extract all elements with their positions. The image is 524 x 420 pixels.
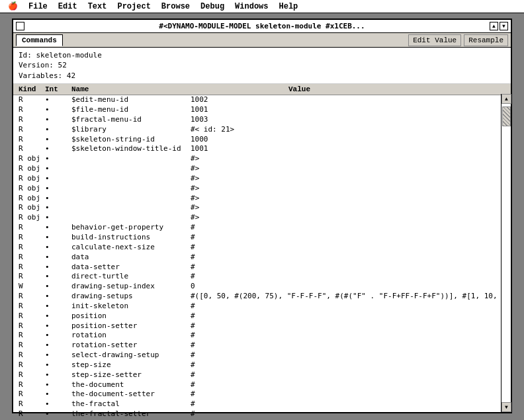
id-line: Id: skeleton-module [19,50,505,60]
cell-kind: R [19,331,45,341]
cell-kind: R [19,115,45,125]
resample-button[interactable]: Resample [464,34,508,46]
cell-name: drawing-setups [71,292,191,302]
table-row[interactable]: R • step-size # [13,360,511,370]
table-row[interactable]: R • $edit-menu-id 1002 [13,95,511,105]
main-window: #<DYNAMO-MODULE-MODEL skeleton-module #x… [12,19,512,413]
apple-menu[interactable]: 🍎 [3,0,23,13]
cell-bullet: • [45,115,71,125]
table-row[interactable]: R • $library #< id: 21> [13,125,511,135]
collapse-button[interactable]: ▼ [500,22,508,30]
desktop: 🍎 File Edit Text Project Browse Debug Wi… [0,0,524,420]
cell-bullet: • [45,203,71,213]
table-row[interactable]: R obj • #> [13,213,511,223]
table-row[interactable]: R • position # [13,312,511,321]
cell-bullet: • [45,399,71,409]
cell-value: # [191,223,505,233]
table-row[interactable]: R • build-instructions # [13,233,511,243]
cell-bullet: • [45,164,71,174]
menu-edit[interactable]: Edit [53,0,83,13]
menu-debug[interactable]: Debug [195,0,230,13]
table-row[interactable]: R • rotation-setter # [13,341,511,351]
cell-bullet: • [45,312,71,321]
table-row[interactable]: R • drawing-setups #([0, 50, #(200, 75),… [13,292,511,302]
table-row[interactable]: R • behavior-get-property # [13,223,511,233]
table-row[interactable]: R obj • #> [13,203,511,213]
table-row[interactable]: R • rotation # [13,331,511,341]
cell-bullet: • [45,360,71,370]
menu-project[interactable]: Project [112,0,155,13]
table-row[interactable]: R • data # [13,253,511,263]
close-button[interactable] [16,22,24,30]
menu-file[interactable]: File [23,0,53,13]
menu-browse[interactable]: Browse [156,0,195,13]
cell-bullet: • [45,184,71,194]
cell-bullet: • [45,282,71,292]
cell-value: # [191,380,505,390]
cell-bullet: • [45,125,71,135]
version-label: Version: [19,61,54,69]
cell-name: rotation-setter [71,341,191,351]
table-row[interactable]: R • the-fractal # [13,399,511,409]
scroll-up-button[interactable]: ▲ [502,94,511,104]
table-row[interactable]: R obj • #> [13,194,511,204]
cell-value: # [191,360,505,370]
menu-windows[interactable]: Windows [230,0,273,13]
table-row[interactable]: R obj • #> [13,154,511,164]
scrollbar-vertical[interactable]: ▲ ▼ [501,94,511,412]
cell-value: 1001 [191,105,505,115]
cell-value: #> [191,184,505,194]
cell-value: # [191,341,505,351]
id-label: Id: [19,51,32,60]
cell-value: 1003 [191,115,505,125]
cell-kind: R [19,380,45,390]
cell-value: 1000 [191,135,505,145]
cell-bullet: • [45,233,71,243]
table-row[interactable]: R • the-document # [13,380,511,390]
cell-bullet: • [45,272,71,282]
table-row[interactable]: R • $skeleton-string-id 1000 [13,135,511,145]
table-row[interactable]: R • position-setter # [13,321,511,331]
cell-kind: R [19,95,45,105]
variables-value: 42 [67,71,75,80]
scroll-thumb[interactable] [502,106,511,126]
tab-commands[interactable]: Commands [16,34,63,46]
edit-value-button[interactable]: Edit Value [408,34,461,46]
cell-kind: R obj [19,194,45,204]
cell-bullet: • [45,154,71,164]
cell-name: $edit-menu-id [71,95,191,105]
table-row[interactable]: R • direct-turtle # [13,272,511,282]
menu-text[interactable]: Text [83,0,112,13]
cell-kind: R [19,341,45,351]
table-row[interactable]: R • data-setter # [13,263,511,273]
scroll-down-button[interactable]: ▼ [502,402,511,412]
table-row[interactable]: R • init-skeleton # [13,302,511,312]
table-row[interactable]: R • calculate-next-size # [13,243,511,253]
cell-value: # [191,312,505,321]
cell-bullet: • [45,223,71,233]
col-header-name: Name [71,85,288,93]
cell-value: #([0, 50, #(200, 75), "F-F-F-F", #(#("F"… [191,292,505,302]
table-row[interactable]: R • $file-menu-id 1001 [13,105,511,115]
table-row[interactable]: R • the-fractal-setter # [13,409,511,416]
table-row[interactable]: R • $skeleton-window-title-id 1001 [13,144,511,154]
table-row[interactable]: R • step-size-setter # [13,370,511,380]
cell-kind: R [19,253,45,263]
table-row[interactable]: W • drawing-setup-index 0 [13,282,511,292]
table-row[interactable]: R • select-drawing-setup # [13,351,511,360]
zoom-button[interactable]: ▲ [490,22,498,30]
cell-kind: R obj [19,213,45,223]
table-row[interactable]: R • $fractal-menu-id 1003 [13,115,511,125]
menu-help[interactable]: Help [274,0,304,13]
cell-kind: R [19,351,45,360]
scroll-track[interactable] [502,104,511,402]
table-row[interactable]: R obj • #> [13,184,511,194]
table-row[interactable]: R • the-document-setter # [13,390,511,399]
table-body: R • $edit-menu-id 1002 R • $file-menu-id… [13,95,511,416]
table-row[interactable]: R obj • #> [13,164,511,174]
table-row[interactable]: R obj • #> [13,174,511,184]
cell-value: 1002 [191,95,505,105]
cell-name: the-document [71,380,191,390]
cell-bullet: • [45,331,71,341]
version-line: Version: 52 [19,60,505,70]
